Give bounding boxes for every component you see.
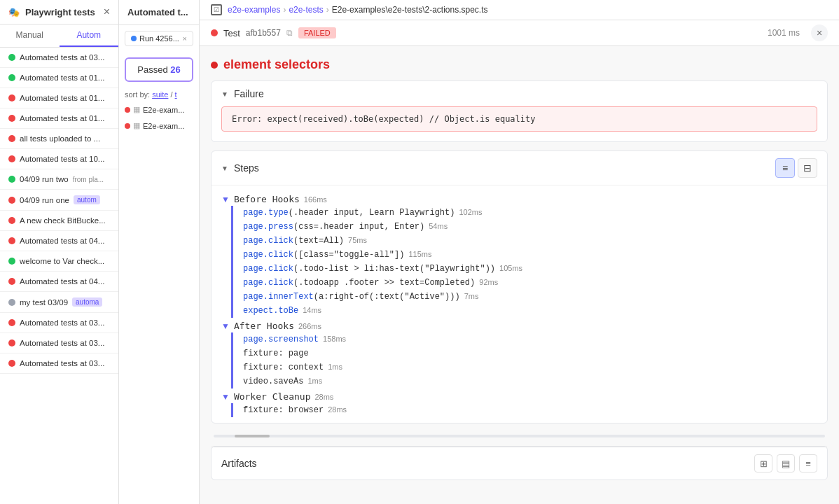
artifact-details-view-button[interactable]: ≡ — [799, 454, 817, 472]
list-item[interactable]: all tests uploaded to ... — [0, 129, 118, 149]
group-name: Worker Cleanup — [234, 391, 311, 402]
list-item[interactable]: my test 03/09 automa — [0, 292, 118, 313]
step-duration: 92ms — [479, 278, 498, 286]
list-item[interactable]: Automated tests at 04... — [0, 231, 118, 251]
sort-divider: / — [170, 90, 172, 99]
failure-header[interactable]: ▼ Failure — [212, 81, 827, 106]
group-name: Before Hooks — [234, 194, 300, 204]
status-icon-pass — [8, 176, 15, 183]
steps-view-button-alt[interactable]: ⊟ — [798, 158, 817, 178]
list-item[interactable]: Automated tests at 01... — [0, 108, 118, 129]
step-group-body: fixture: browser 28ms — [231, 403, 827, 417]
list-item[interactable]: welcome to Var check... — [0, 251, 118, 272]
close-panel-button[interactable]: × — [811, 24, 828, 41]
sidebar-title: Playwright tests — [25, 7, 95, 18]
file-name: E2e-exam... — [143, 106, 184, 114]
file-item[interactable]: ▦ E2e-exam... — [119, 102, 199, 118]
breadcrumb-sep2: › — [326, 5, 329, 15]
status-icon-fail — [8, 237, 15, 244]
run-close-button[interactable]: × — [183, 34, 187, 43]
step-item: page.click(.todoapp .footer >> text=Comp… — [239, 276, 827, 290]
step-group-header[interactable]: ▼ Before Hooks 166ms — [212, 191, 827, 206]
steps-view-button-active[interactable]: ≡ — [775, 158, 795, 178]
status-icon-fail — [8, 115, 15, 122]
horizontal-scrollbar[interactable] — [211, 432, 828, 440]
sidebar-close-button[interactable]: × — [104, 6, 110, 18]
file-item[interactable]: ▦ E2e-exam... — [119, 118, 199, 134]
step-group-worker-cleanup: ▼ Worker Cleanup 28ms fixture: browser 2… — [212, 388, 827, 417]
sort-t-link[interactable]: t — [175, 90, 177, 99]
test-header-bar: Test afb1b557 ⧉ FAILED 1001 ms × — [200, 20, 839, 46]
step-group-after-hooks: ▼ After Hooks 266ms page.screenshot 158m… — [212, 318, 827, 388]
breadcrumb-e2e-tests[interactable]: e2e-tests — [289, 5, 323, 15]
step-item: video.saveAs 1ms — [239, 374, 827, 388]
breadcrumb-file: E2e-examples\e2e-tests\2-actions.spec.ts — [332, 5, 488, 15]
tab-automated[interactable]: Autom — [60, 24, 119, 47]
step-code: page.screenshot — [243, 335, 319, 344]
item-label: A new check BitBucke... — [20, 216, 106, 225]
step-code: page.click([class="toggle-all"]) — [243, 250, 404, 260]
step-code: fixture: browser — [243, 405, 324, 415]
status-icon-fail — [8, 319, 15, 326]
step-item: fixture: browser 28ms — [239, 403, 827, 417]
list-item[interactable]: Automated tests at 10... — [0, 149, 118, 169]
group-name: After Hooks — [234, 321, 294, 331]
artifacts-title: Artifacts — [221, 458, 257, 469]
status-icon-fail — [8, 217, 15, 224]
middle-title: Automated t... — [127, 7, 190, 18]
step-item: page.type(.header input, Learn Playwrigh… — [239, 206, 827, 220]
step-group-header[interactable]: ▼ After Hooks 266ms — [212, 318, 827, 332]
chevron-down-icon: ▼ — [221, 321, 230, 331]
list-item[interactable]: Automated tests at 04... — [0, 272, 118, 292]
passed-count: 26 — [170, 64, 180, 75]
steps-header: ▼ Steps ≡ ⊟ — [212, 151, 827, 186]
step-duration: 166ms — [304, 195, 327, 204]
list-item[interactable]: A new check BitBucke... — [0, 211, 118, 231]
sort-suite-link[interactable]: suite — [152, 90, 168, 99]
list-item[interactable]: Automated tests at 01... — [0, 88, 118, 108]
playwright-icon: 🎭 — [8, 7, 20, 18]
step-code: page.click(.todo-list > li:has-text("Pla… — [243, 264, 495, 274]
step-code: video.saveAs — [243, 377, 303, 386]
step-item: fixture: page — [239, 346, 827, 360]
artifact-list-view-button[interactable]: ▤ — [777, 454, 795, 472]
sidebar-tabs: Manual Autom — [0, 24, 118, 48]
list-item[interactable]: Automated tests at 03... — [0, 354, 118, 374]
list-item[interactable]: Automated tests at 03... — [0, 313, 118, 333]
run-label: Run 4256... — [139, 34, 179, 43]
item-label: welcome to Var check... — [20, 257, 104, 265]
step-group-body: page.type(.header input, Learn Playwrigh… — [231, 206, 827, 318]
status-icon-pass — [8, 258, 15, 265]
step-code: fixture: page — [243, 349, 309, 358]
step-group-header[interactable]: ▼ Worker Cleanup 28ms — [212, 388, 827, 403]
item-label: Automated tests at 03... — [20, 318, 104, 327]
passed-box: Passed 26 — [125, 57, 193, 82]
breadcrumb-e2e-examples[interactable]: e2e-examples — [228, 5, 280, 15]
chevron-down-icon: ▼ — [221, 90, 228, 98]
steps-list: ▼ Before Hooks 166ms page.type(.header i… — [212, 186, 827, 423]
list-item[interactable]: Automated tests at 03... — [0, 48, 118, 68]
list-item[interactable]: 04/09 run two from pla... — [0, 169, 118, 190]
list-item[interactable]: Automated tests at 03... — [0, 333, 118, 354]
step-code: expect.toBe — [243, 306, 298, 316]
tab-manual[interactable]: Manual — [0, 24, 60, 47]
artifact-grid-view-button[interactable]: ⊞ — [754, 454, 772, 472]
list-item[interactable]: Automated tests at 01... — [0, 68, 118, 88]
status-icon-fail — [8, 340, 15, 346]
step-item: page.click(text=All) 75ms — [239, 234, 827, 248]
copy-icon[interactable]: ⧉ — [286, 28, 293, 38]
item-label: Automated tests at 04... — [20, 237, 104, 245]
auto-badge: automa — [72, 298, 102, 307]
file-fail-icon — [125, 107, 130, 113]
main-header: ☑ e2e-examples › e2e-tests › E2e-example… — [200, 0, 839, 46]
main-content: ☑ e2e-examples › e2e-tests › E2e-example… — [200, 0, 839, 504]
step-duration: 266ms — [298, 322, 321, 330]
list-item[interactable]: 04/09 run one autom — [0, 190, 118, 211]
file-icon: ▦ — [133, 105, 140, 114]
step-duration: 75ms — [348, 236, 367, 244]
run-badge[interactable]: Run 4256... × — [125, 31, 193, 46]
middle-header: Automated t... — [119, 0, 199, 25]
passed-label: Passed — [137, 64, 167, 75]
artifacts-section: Artifacts ⊞ ▤ ≡ — [211, 446, 828, 480]
suite-name: element selectors — [223, 57, 330, 72]
